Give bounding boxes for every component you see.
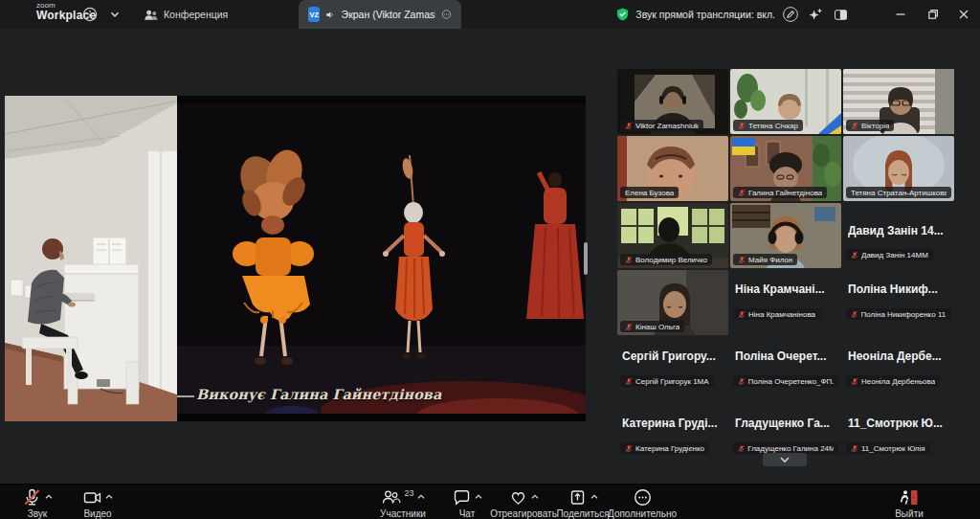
participant-name-pill: Поліна Очеретенко_ФП... (733, 375, 838, 387)
tab-meeting-label: Конференция (164, 9, 228, 20)
participant-name-pill: Елена Бузова (620, 187, 679, 198)
participant-name-pill: Поліна Никифоренко 11... (846, 308, 951, 320)
mic-muted-icon (738, 377, 746, 386)
participant-tile[interactable]: Майя Филон (730, 203, 841, 268)
participant-display-name: Давид Занін 14... (848, 224, 952, 237)
annotate-button[interactable] (781, 5, 800, 24)
participant-name-pill: Катерина Грудієнко (620, 442, 709, 454)
chat-options-chevron[interactable] (475, 491, 482, 502)
participants-icon (381, 487, 401, 508)
share-screen-icon (568, 487, 588, 508)
participant-gallery: Viktor Zamashniuk Тетяна Січкар (617, 69, 954, 469)
participant-tile[interactable]: Тетяна Стратан-Артишкова (843, 136, 954, 201)
audio-button[interactable]: Звук (11, 487, 63, 519)
participant-tile[interactable]: Володимир Величко (617, 203, 728, 268)
mic-muted-icon (738, 310, 746, 319)
participant-tile-camera-off[interactable]: Сергій Григору... Сергій Григорук 1МА (617, 337, 728, 402)
participant-tile[interactable]: Кінаш Ольга (617, 270, 728, 335)
participants-options-chevron[interactable] (417, 491, 425, 502)
participant-display-name: Ніна Крамчані... (735, 282, 839, 296)
avatar: VZ (308, 7, 320, 22)
participant-tile[interactable]: Viktor Zamashniuk (617, 69, 728, 134)
mic-muted-icon (851, 444, 858, 453)
more-icon (633, 487, 653, 508)
participant-name-pill: Кінаш Ольга (620, 321, 684, 332)
panel-resize-handle[interactable] (584, 242, 588, 275)
maximize-button[interactable] (919, 0, 947, 29)
mic-muted-icon (625, 377, 633, 386)
minimize-button[interactable] (886, 0, 915, 29)
participant-display-name: Неоніла Дербе... (848, 350, 952, 363)
header-dropdown-button[interactable] (105, 5, 124, 24)
layout-view-button[interactable] (831, 5, 850, 24)
mic-muted-icon (851, 310, 858, 319)
participant-tile-camera-off[interactable]: Неоніла Дербе... Неоніла Дербеньова (843, 337, 954, 402)
chevron-down-icon (110, 10, 120, 19)
participant-tile[interactable]: Тетяна Січкар (730, 69, 841, 134)
gallery-scroll-down-button[interactable] (763, 453, 807, 466)
participant-name-pill: Володимир Величко (620, 254, 712, 265)
participant-name-pill: Тетяна Січкар (733, 120, 803, 131)
participant-display-name: Поліна Никиф... (848, 282, 952, 296)
participant-name-pill: Ніна Крамчанінова (733, 308, 820, 320)
participant-tile-camera-off[interactable]: Давид Занін 14... Давид Занін 14ММ (843, 203, 954, 268)
meeting-toolbar: Звук Видео 2 (0, 484, 980, 519)
chat-button[interactable]: Чат (444, 487, 490, 519)
participant-name: Тетяна Січкар (748, 122, 798, 130)
stage-scene (177, 96, 586, 421)
participant-name: Кінаш Ольга (635, 323, 679, 331)
title-bar: zoom Workplace Конференция (0, 0, 980, 29)
participant-name-pill: Тетяна Стратан-Артишкова (846, 187, 951, 198)
layout-icon (833, 7, 849, 23)
participant-tile[interactable]: Галина Гайнетдінова (730, 136, 841, 201)
more-button[interactable]: Дополнительно (603, 487, 681, 519)
participant-display-name: 11_Смотрюк Ю... (848, 417, 952, 430)
tab-meeting[interactable]: Конференция (134, 0, 237, 29)
participant-display-name: Поліна Очерет... (735, 350, 839, 363)
participant-name: Майя Филон (748, 256, 792, 264)
ai-companion-button[interactable] (806, 5, 825, 24)
participants-button-label: Участники (380, 508, 426, 519)
participant-name-pill: Сергій Григорук 1МА (620, 375, 714, 387)
react-button[interactable]: Отреагировать (484, 487, 563, 519)
participant-name-pill: Вікторія (846, 120, 894, 131)
tab-screen-share[interactable]: VZ Экран (Viktor Zamashniuk) (299, 0, 461, 29)
zoom-window: zoom Workplace Конференция (0, 0, 980, 519)
participant-display-name: Гладущенко Га... (735, 417, 839, 430)
participant-tile-camera-off[interactable]: Поліна Никиф... Поліна Никифоренко 11... (843, 270, 954, 335)
leave-icon (900, 487, 920, 508)
participant-tile-camera-off[interactable]: 11_Смотрюк Ю... 11_Смотрюк Юлія (843, 404, 954, 469)
react-options-chevron[interactable] (531, 491, 539, 502)
participants-count: 23 (404, 488, 413, 498)
mic-muted-icon (851, 251, 858, 260)
mic-muted-icon (625, 122, 633, 130)
tab-more-icon[interactable] (441, 8, 452, 21)
participant-name: Елена Бузова (625, 189, 674, 197)
minimize-icon (895, 9, 906, 20)
mic-muted-icon (851, 377, 858, 386)
participant-name: Поліна Очеретенко_ФП... (748, 377, 834, 386)
participant-tile-camera-off[interactable]: Ніна Крамчані... Ніна Крамчанінова (730, 270, 841, 335)
shield-icon (615, 7, 630, 22)
video-button[interactable]: Видео (71, 487, 124, 519)
close-button[interactable] (949, 0, 978, 29)
participant-tile[interactable]: Елена Бузова (617, 136, 728, 201)
share-button-label: Поделиться (556, 508, 609, 519)
share-options-chevron[interactable] (590, 491, 598, 502)
audio-options-chevron[interactable] (45, 491, 53, 502)
mic-muted-icon (851, 122, 858, 130)
participant-tile-camera-off[interactable]: Катерина Груді... Катерина Грудієнко (617, 404, 728, 469)
pencil-icon (782, 6, 799, 23)
video-options-chevron[interactable] (105, 491, 113, 502)
participant-name-pill: Майя Филон (733, 254, 797, 265)
leave-button[interactable]: Выйти (882, 487, 936, 519)
mic-muted-icon (625, 444, 633, 453)
video-button-label: Видео (83, 508, 111, 519)
participant-tile-camera-off[interactable]: Поліна Очерет... Поліна Очеретенко_ФП... (730, 337, 841, 402)
participant-name: Володимир Величко (635, 256, 707, 264)
mic-muted-icon (625, 323, 633, 331)
info-button[interactable] (80, 5, 100, 24)
participant-tile-active-speaker[interactable]: Вікторія (843, 69, 954, 134)
info-icon (81, 6, 99, 23)
participants-button[interactable]: 23 Участники (369, 487, 436, 519)
